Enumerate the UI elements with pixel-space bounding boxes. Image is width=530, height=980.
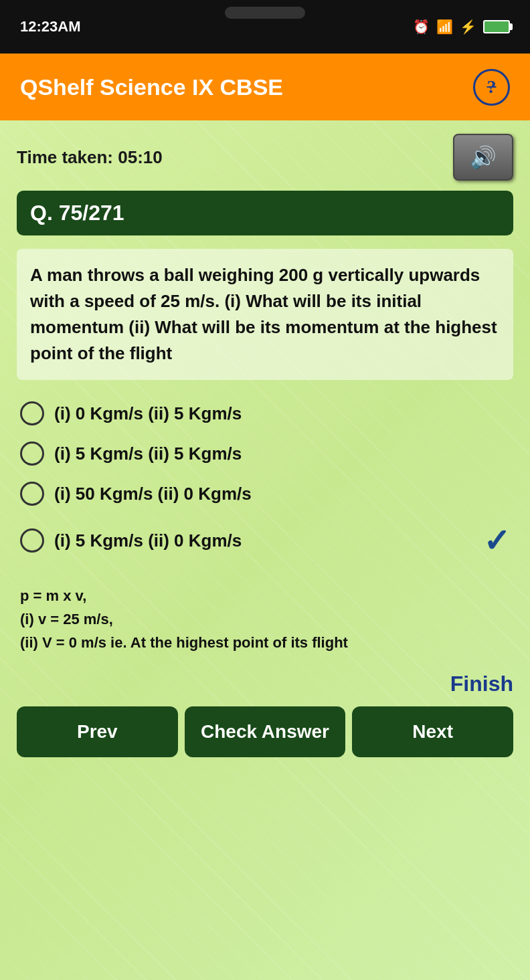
options-container: (i) 0 Kgm/s (ii) 5 Kgm/s (i) 5 Kgm/s (ii… [17,393,513,567]
timer-row: Time taken: 05:10 🔊 [17,134,513,181]
main-content: Time taken: 05:10 🔊 Q. 75/271 A man thro… [0,120,530,980]
radio-d[interactable] [20,528,44,553]
option-d[interactable]: (i) 5 Kgm/s (ii) 0 Kgm/s ✓ [17,514,513,567]
correct-checkmark: ✓ [483,522,510,559]
question-text: A man throws a ball weighing 200 g verti… [30,262,500,367]
bolt-icon: ⚡ [460,19,476,35]
option-a[interactable]: (i) 0 Kgm/s (ii) 5 Kgm/s [17,393,513,433]
option-b-text: (i) 5 Kgm/s (ii) 5 Kgm/s [54,444,242,464]
battery-icon [483,20,510,33]
status-bar: 12:23AM ⏰ 📶 ⚡ [0,0,530,54]
finish-button[interactable]: Finish [450,672,513,696]
sound-button[interactable]: 🔊 [453,134,513,181]
radio-b[interactable] [20,442,44,466]
radio-c[interactable] [20,482,44,506]
next-button[interactable]: Next [352,706,513,757]
status-time: 12:23AM [20,18,80,35]
option-a-text: (i) 0 Kgm/s (ii) 5 Kgm/s [54,403,242,424]
question-number-bar: Q. 75/271 [17,191,513,235]
option-b[interactable]: (i) 5 Kgm/s (ii) 5 Kgm/s [17,433,513,474]
explanation-box: p = m x v, (i) v = 25 m/s, (ii) V = 0 m/… [17,581,513,658]
option-c-text: (i) 50 Kgm/s (ii) 0 Kgm/s [54,484,252,504]
check-answer-button[interactable]: Check Answer [185,706,346,757]
explanation-line1: p = m x v, [20,584,510,607]
signal-icon: 📶 [436,19,453,35]
radio-a[interactable] [20,401,44,425]
app-header: QShelf Science IX CBSE ? [0,54,530,120]
notch [225,7,305,19]
explanation-line2: (i) v = 25 m/s, [20,607,510,631]
question-card: A man throws a ball weighing 200 g verti… [17,249,513,380]
status-icons: ⏰ 📶 ⚡ [413,19,510,35]
finish-row: Finish [17,672,513,696]
timer-text: Time taken: 05:10 [17,147,163,168]
alarm-icon: ⏰ [413,19,430,35]
app-title: QShelf Science IX CBSE [20,74,283,100]
prev-button[interactable]: Prev [17,706,178,757]
sound-icon: 🔊 [470,144,497,170]
option-d-text: (i) 5 Kgm/s (ii) 0 Kgm/s [54,530,242,551]
help-icon[interactable]: ? [473,69,510,106]
question-number: Q. 75/271 [30,201,124,225]
bottom-buttons: Prev Check Answer Next [17,706,513,757]
option-c[interactable]: (i) 50 Kgm/s (ii) 0 Kgm/s [17,474,513,514]
explanation-line3: (ii) V = 0 m/s ie. At the highest point … [20,631,510,654]
